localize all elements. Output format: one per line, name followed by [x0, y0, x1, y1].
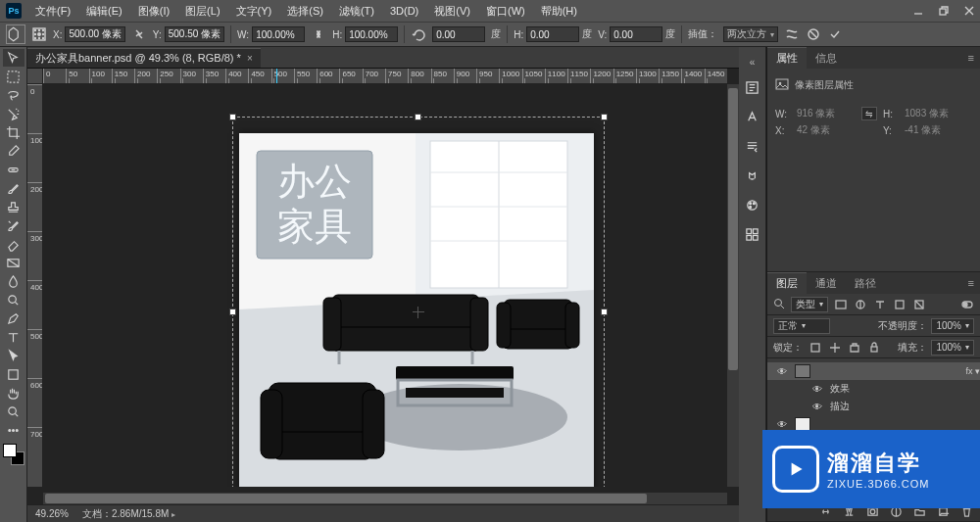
filter-shape-icon[interactable]: [893, 298, 906, 311]
menu-3d[interactable]: 3D(D): [384, 3, 424, 19]
opt-hskew-field[interactable]: 0.00: [526, 26, 579, 42]
fg-swatch[interactable]: [3, 444, 17, 457]
filter-type-icon[interactable]: [873, 298, 887, 311]
lock-position-icon[interactable]: [828, 341, 842, 355]
window-close-icon[interactable]: [958, 0, 980, 22]
document-tab[interactable]: 办公家具banner.psd @ 49.3% (8, RGB/8) * ×: [27, 48, 261, 68]
menu-type[interactable]: 文字(Y): [230, 2, 278, 21]
layers-tab[interactable]: 图层: [767, 272, 807, 294]
tool-eyedropper[interactable]: [3, 142, 24, 160]
tool-healing[interactable]: [3, 161, 24, 178]
reference-point-icon[interactable]: [31, 26, 47, 42]
layer-row[interactable]: 👁 fx ▾: [767, 362, 980, 380]
filter-adjust-icon[interactable]: [854, 298, 867, 311]
tool-history-brush[interactable]: [3, 216, 24, 234]
visibility-icon[interactable]: 👁: [810, 402, 824, 412]
lock-all-icon[interactable]: [867, 341, 881, 355]
tool-shape[interactable]: [3, 365, 24, 383]
tool-blur[interactable]: [3, 272, 24, 290]
tool-lasso[interactable]: [3, 86, 24, 104]
tool-brush[interactable]: [3, 179, 24, 197]
visibility-icon[interactable]: 👁: [775, 419, 789, 430]
lock-pixels-icon[interactable]: [808, 341, 822, 355]
scrollbar-vertical[interactable]: [727, 84, 739, 487]
menu-layer[interactable]: 图层(L): [179, 2, 225, 21]
channels-tab[interactable]: 通道: [807, 273, 846, 294]
menu-window[interactable]: 窗口(W): [480, 2, 531, 21]
opt-w-field[interactable]: 100.00%: [252, 26, 305, 42]
tool-gradient[interactable]: [3, 254, 24, 271]
swap-xy-icon[interactable]: [131, 26, 147, 42]
active-tool-icon[interactable]: [6, 24, 25, 44]
opt-vskew-field[interactable]: 0.00: [610, 26, 662, 42]
tool-eraser[interactable]: [3, 235, 24, 253]
tab-close-icon[interactable]: ×: [247, 53, 253, 64]
transform-center-icon[interactable]: [413, 307, 424, 318]
filter-kind-icon[interactable]: [773, 298, 785, 311]
history-panel-icon[interactable]: [743, 77, 762, 97]
color-swatch[interactable]: [3, 444, 24, 465]
glyphs-panel-icon[interactable]: [743, 166, 762, 185]
menu-filter[interactable]: 滤镜(T): [333, 2, 380, 21]
tool-zoom[interactable]: [3, 403, 24, 420]
paths-tab[interactable]: 路径: [846, 273, 885, 294]
menu-edit[interactable]: 编辑(E): [80, 2, 128, 21]
opacity-field[interactable]: 100%: [931, 318, 974, 334]
opt-x-field[interactable]: 500.00 像素: [65, 26, 124, 42]
character-panel-icon[interactable]: [743, 107, 762, 126]
menu-select[interactable]: 选择(S): [281, 2, 329, 21]
filter-pixel-icon[interactable]: [834, 298, 848, 311]
opt-interp-select[interactable]: 两次立方: [723, 26, 778, 42]
ruler-horizontal[interactable]: 0501001502002503003504004505005506006507…: [43, 69, 727, 84]
lock-artboard-icon[interactable]: [848, 341, 861, 355]
link-wh-icon[interactable]: [311, 26, 326, 42]
transform-bbox[interactable]: [232, 117, 605, 487]
opt-rotate-field[interactable]: 0.00: [432, 26, 485, 42]
info-tab[interactable]: 信息: [807, 48, 846, 69]
filter-kind-select[interactable]: 类型: [791, 297, 828, 312]
menu-help[interactable]: 帮助(H): [535, 2, 583, 21]
paragraph-panel-icon[interactable]: [743, 136, 762, 156]
tool-path-select[interactable]: [3, 347, 24, 364]
swatches-panel-icon[interactable]: [743, 224, 762, 244]
opt-y-field[interactable]: 500.50 像素: [165, 26, 224, 42]
window-restore-icon[interactable]: [933, 0, 955, 22]
visibility-icon[interactable]: 👁: [775, 366, 789, 377]
tool-dodge[interactable]: [3, 291, 24, 308]
warp-icon[interactable]: [784, 26, 800, 42]
menu-view[interactable]: 视图(V): [428, 2, 476, 21]
filter-toggle[interactable]: [960, 298, 974, 311]
tool-pen[interactable]: [3, 309, 24, 327]
viewport[interactable]: 办公 家具: [43, 84, 727, 487]
tool-stamp[interactable]: [3, 198, 24, 215]
properties-tab[interactable]: 属性: [767, 47, 807, 69]
strip-collapse-icon[interactable]: «: [750, 57, 756, 68]
fill-field[interactable]: 100%: [931, 340, 974, 356]
cancel-transform-icon[interactable]: [806, 26, 821, 42]
tool-quick-select[interactable]: [3, 105, 24, 122]
tool-crop[interactable]: [3, 123, 24, 141]
tool-hand[interactable]: [3, 384, 24, 402]
tool-marquee[interactable]: [3, 68, 24, 85]
opt-h-field[interactable]: 100.00%: [345, 26, 398, 42]
scrollbar-horizontal[interactable]: [43, 493, 727, 504]
menu-file[interactable]: 文件(F): [29, 2, 76, 21]
blend-mode-select[interactable]: 正常: [773, 318, 830, 334]
layers-menu-icon[interactable]: ≡: [962, 277, 980, 289]
menu-image[interactable]: 图像(I): [132, 2, 175, 21]
fx-stroke-row[interactable]: 👁 描边: [767, 398, 980, 415]
ruler-vertical[interactable]: 0100200300400500600700: [27, 84, 43, 487]
tool-more[interactable]: [3, 421, 24, 439]
link-wh-panel-icon[interactable]: ⇋: [861, 107, 877, 120]
status-zoom[interactable]: 49.26%: [35, 508, 69, 519]
panel-menu-icon[interactable]: ≡: [962, 52, 980, 64]
fx-header-row[interactable]: 👁 效果: [767, 380, 980, 398]
filter-smart-icon[interactable]: [912, 298, 926, 311]
color-panel-icon[interactable]: [743, 195, 762, 214]
tool-type[interactable]: [3, 328, 24, 346]
visibility-icon[interactable]: 👁: [810, 384, 824, 395]
tool-move[interactable]: [3, 49, 24, 67]
window-minimize-icon[interactable]: [907, 0, 929, 22]
status-doc-size[interactable]: 文档：2.86M/15.8M: [82, 507, 175, 521]
commit-transform-icon[interactable]: [827, 26, 843, 42]
